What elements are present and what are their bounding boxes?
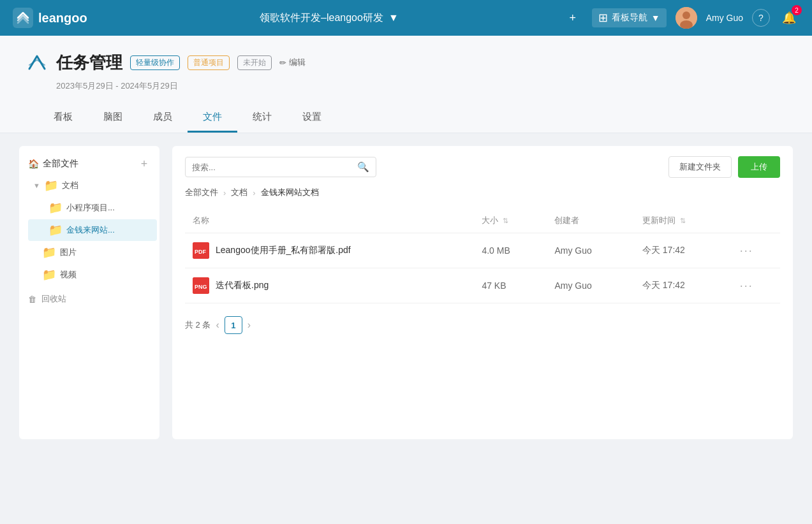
notification-badge: 2	[792, 5, 802, 15]
all-files-header[interactable]: 🏠 全部文件 +	[19, 154, 159, 174]
logo[interactable]: leangoo	[13, 8, 96, 28]
file-type-icon: PNG	[193, 277, 209, 294]
folder-icon: 📁	[48, 201, 63, 215]
pencil-icon: ✏	[279, 58, 286, 68]
project-header: 任务管理 轻量级协作 普通项目 未开始 ✏ 编辑 2023年5月29日 - 20…	[0, 36, 812, 133]
tab-files[interactable]: 文件	[188, 103, 237, 133]
col-name: 名称	[185, 208, 474, 233]
topbar: leangoo 领歌软件开发–leangoo研发 ▼ + ⊞ 看板导航 ▼ Am…	[0, 0, 812, 36]
folder-videos[interactable]: ▶ 📁 视频	[28, 264, 157, 286]
file-name[interactable]: Leangoo使用手册_私有部署版.pdf	[216, 245, 351, 256]
search-box[interactable]: 🔍	[185, 157, 376, 177]
edit-button[interactable]: ✏ 编辑	[279, 57, 306, 68]
file-actions-1: ···	[732, 268, 780, 303]
folder-icon: 📁	[42, 245, 56, 259]
project-selector[interactable]: 领歌软件开发–leangoo研发 ▼	[103, 11, 555, 25]
tag-status: 未开始	[237, 55, 272, 70]
upload-button[interactable]: 上传	[738, 156, 780, 178]
new-folder-button[interactable]: 新建文件夹	[668, 156, 732, 178]
pagination-total: 共 2 条	[185, 319, 210, 331]
folder-icon: 📁	[48, 223, 63, 237]
board-nav-button[interactable]: ⊞ 看板导航 ▼	[592, 8, 667, 27]
folder-icon: 📁	[44, 178, 58, 193]
notification-button[interactable]: 🔔 2	[779, 8, 799, 28]
logo-text: leangoo	[38, 11, 87, 25]
tab-settings[interactable]: 设置	[287, 103, 337, 133]
file-creator-1: Amy Guo	[547, 268, 634, 303]
project-title: 任务管理	[56, 52, 122, 74]
add-button[interactable]: +	[563, 8, 583, 28]
file-name-cell-1: PNG 迭代看板.png	[185, 268, 474, 303]
help-button[interactable]: ?	[752, 9, 770, 27]
project-date: 2023年5月29日 - 2024年5月29日	[56, 80, 786, 92]
pagination-page-1[interactable]: 1	[225, 316, 242, 334]
all-files-title: 🏠 全部文件	[28, 158, 78, 170]
tag-project-type: 普通项目	[188, 55, 230, 70]
project-name: 领歌软件开发–leangoo研发	[260, 11, 383, 25]
table-row: PDF Leangoo使用手册_私有部署版.pdf 4.0 MB Amy Guo…	[185, 233, 780, 268]
breadcrumb-sep-1: ›	[223, 188, 226, 198]
trash-item[interactable]: 🗑 回收站	[19, 288, 159, 310]
folder-miniapp[interactable]: 📁 小程序项目...	[28, 197, 157, 219]
file-name[interactable]: 迭代看板.png	[216, 280, 269, 291]
tab-kanban[interactable]: 看板	[38, 103, 88, 133]
sort-size-icon[interactable]: ⇅	[503, 217, 508, 224]
breadcrumb-docs[interactable]: 文档	[231, 187, 247, 198]
folder-tree: ▼ 📁 文档 📁 小程序项目... 📁 金钱来网站... ▶ 📁 图片 ▶	[19, 175, 159, 286]
tab-mindmap[interactable]: 脑图	[88, 103, 138, 133]
file-toolbar: 🔍 新建文件夹 上传	[185, 156, 780, 178]
folder-docs[interactable]: ▼ 📁 文档	[28, 175, 157, 196]
folder-icon: 📁	[42, 268, 56, 282]
folder-jinqianlai[interactable]: 📁 金钱来网站...	[28, 219, 157, 241]
table-header-row: 名称 大小 ⇅ 创建者 更新时间 ⇅	[185, 208, 780, 233]
file-panel: 🔍 新建文件夹 上传 全部文件 › 文档 › 金钱来网站文档 名称	[172, 146, 793, 439]
tag-lightweight: 轻量级协作	[130, 55, 180, 70]
table-row: PNG 迭代看板.png 47 KB Amy Guo 今天 17:42 ···	[185, 268, 780, 303]
sidebar: 🏠 全部文件 + ▼ 📁 文档 📁 小程序项目... 📁 金钱来网站...	[19, 146, 159, 439]
svg-point-2	[683, 11, 690, 19]
breadcrumb-current: 金钱来网站文档	[261, 187, 319, 198]
project-icon	[26, 51, 48, 74]
pagination-prev[interactable]: ‹	[216, 319, 219, 331]
sort-updated-icon[interactable]: ⇅	[680, 217, 686, 224]
breadcrumb: 全部文件 › 文档 › 金钱来网站文档	[185, 187, 780, 198]
project-title-row: 任务管理 轻量级协作 普通项目 未开始 ✏ 编辑	[26, 51, 786, 74]
col-size: 大小 ⇅	[474, 208, 547, 233]
toolbar-right: 新建文件夹 上传	[668, 156, 780, 178]
topbar-right: + ⊞ 看板导航 ▼ Amy Guo ? 🔔 2	[563, 7, 799, 29]
svg-text:PDF: PDF	[195, 249, 207, 255]
search-input[interactable]	[192, 163, 352, 172]
pagination: 共 2 条 ‹ 1 ›	[185, 316, 780, 334]
tab-members[interactable]: 成员	[138, 103, 188, 133]
file-updated-0: 今天 17:42	[635, 233, 732, 268]
board-grid-icon: ⊞	[598, 11, 608, 25]
help-icon: ?	[758, 13, 764, 23]
more-actions-button[interactable]: ···	[740, 279, 753, 292]
file-table: 名称 大小 ⇅ 创建者 更新时间 ⇅	[185, 208, 780, 303]
add-folder-button[interactable]: +	[138, 157, 151, 170]
breadcrumb-sep-2: ›	[253, 188, 255, 198]
file-type-icon: PDF	[193, 242, 209, 259]
col-updated: 更新时间 ⇅	[635, 208, 732, 233]
avatar[interactable]	[675, 7, 697, 29]
dropdown-icon: ▼	[388, 12, 399, 24]
more-actions-button[interactable]: ···	[740, 244, 753, 257]
col-creator: 创建者	[547, 208, 634, 233]
col-actions	[732, 208, 780, 233]
folder-images[interactable]: ▶ 📁 图片	[28, 242, 157, 263]
tab-stats[interactable]: 统计	[237, 103, 287, 133]
board-nav-dropdown-icon: ▼	[651, 13, 660, 23]
home-icon: 🏠	[28, 159, 39, 169]
breadcrumb-all-files[interactable]: 全部文件	[185, 187, 218, 198]
svg-text:PNG: PNG	[195, 284, 207, 290]
file-size-0: 4.0 MB	[474, 233, 547, 268]
file-creator-0: Amy Guo	[547, 233, 634, 268]
chevron-down-icon: ▼	[33, 182, 40, 189]
search-icon: 🔍	[357, 161, 369, 173]
file-updated-1: 今天 17:42	[635, 268, 732, 303]
nav-tabs: 看板 脑图 成员 文件 统计 设置	[38, 103, 786, 133]
file-actions-0: ···	[732, 233, 780, 268]
pagination-next[interactable]: ›	[247, 319, 251, 331]
user-name[interactable]: Amy Guo	[706, 13, 743, 23]
file-name-cell-0: PDF Leangoo使用手册_私有部署版.pdf	[185, 233, 474, 268]
